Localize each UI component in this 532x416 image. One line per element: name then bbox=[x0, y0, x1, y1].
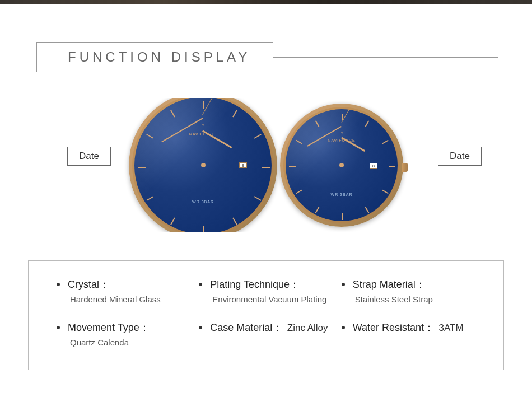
spec-case: Case Material： Zinc Alloy bbox=[199, 321, 341, 347]
hour-marker bbox=[262, 167, 270, 168]
callout-line-left bbox=[113, 156, 228, 156]
water-resist-text: WR 3BAR bbox=[134, 200, 272, 204]
callout-line-right bbox=[371, 156, 435, 156]
hour-marker bbox=[203, 226, 204, 233]
brand-logo-icon: ⬨ bbox=[286, 129, 398, 135]
hour-marker bbox=[342, 213, 343, 220]
hour-marker bbox=[342, 114, 343, 120]
spec-value: Zinc Alloy bbox=[287, 322, 328, 333]
date-window: 8 bbox=[239, 162, 247, 168]
title-section: FUNCTION DISPLAY bbox=[0, 42, 532, 72]
spec-label: Case Material： bbox=[210, 322, 282, 333]
spec-label: Crystal： bbox=[68, 278, 199, 291]
spec-strap: Strap Material： Stainless Steel Strap bbox=[342, 278, 484, 304]
center-cap bbox=[201, 163, 206, 167]
callout-label-left: Date bbox=[67, 147, 111, 166]
section-title: FUNCTION DISPLAY bbox=[36, 42, 273, 72]
hour-marker bbox=[232, 217, 237, 225]
spec-value: 3ATM bbox=[438, 322, 463, 333]
date-window: 8 bbox=[370, 163, 377, 169]
spec-movement: Movement Type： Quartz Calenda bbox=[57, 321, 199, 347]
hour-marker bbox=[315, 120, 320, 127]
spec-label: Water Resistant： bbox=[353, 322, 434, 333]
spec-value: Environmental Vacuum Plating bbox=[210, 295, 341, 304]
spec-plating: Plating Technique： Environmental Vacuum … bbox=[199, 278, 341, 304]
brand-logo-icon: ⬨ bbox=[134, 121, 272, 127]
hour-marker bbox=[170, 110, 175, 117]
specifications-panel: Crystal： Hardened Mineral Glass Plating … bbox=[28, 260, 504, 370]
hour-marker bbox=[138, 167, 146, 168]
hour-marker bbox=[203, 101, 204, 109]
hour-marker bbox=[389, 166, 395, 167]
hour-marker bbox=[365, 207, 370, 213]
second-hand bbox=[341, 109, 362, 123]
hour-marker bbox=[365, 120, 370, 127]
spec-crystal: Crystal： Hardened Mineral Glass bbox=[57, 278, 199, 304]
brand-name: NAVIFORCE bbox=[134, 132, 272, 136]
watch-crown bbox=[402, 163, 408, 172]
specs-row: Crystal： Hardened Mineral Glass Plating … bbox=[57, 278, 484, 304]
hour-marker bbox=[232, 110, 237, 117]
spec-label: Plating Technique： bbox=[210, 278, 341, 291]
hour-marker bbox=[170, 217, 175, 225]
specs-row: Movement Type： Quartz Calenda Case Mater… bbox=[57, 321, 484, 347]
watch-large: ⬨ NAVIFORCE WR 3BAR 8 bbox=[129, 98, 277, 232]
spec-label: Strap Material： bbox=[353, 278, 484, 291]
watch-small: ⬨ NAVIFORCE WR 3BAR 8 bbox=[280, 104, 403, 227]
title-divider-line bbox=[273, 57, 498, 58]
spec-value: Quartz Calenda bbox=[68, 338, 199, 347]
spec-label: Movement Type： bbox=[68, 321, 199, 334]
hour-marker bbox=[289, 166, 296, 167]
hour-marker bbox=[315, 207, 320, 213]
center-cap bbox=[339, 163, 344, 167]
water-resist-text: WR 3BAR bbox=[286, 193, 398, 197]
spec-value: Stainless Steel Strap bbox=[353, 295, 484, 304]
spec-water-resistant: Water Resistant： 3ATM bbox=[342, 321, 484, 347]
callout-label-right: Date bbox=[438, 147, 482, 166]
spec-value: Hardened Mineral Glass bbox=[68, 295, 199, 304]
decorative-top-strip bbox=[0, 0, 532, 4]
second-hand bbox=[202, 98, 228, 115]
